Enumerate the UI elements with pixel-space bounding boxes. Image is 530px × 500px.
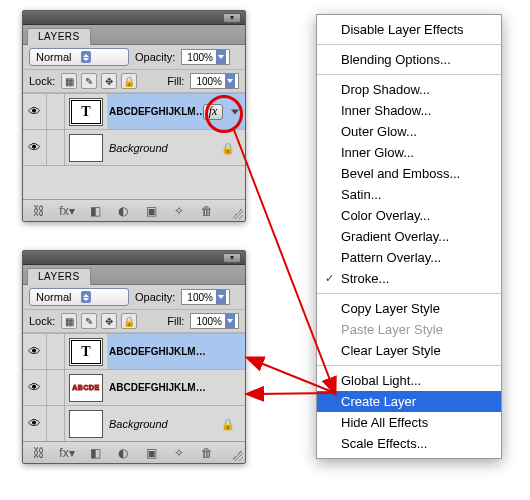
- opacity-input[interactable]: 100%: [181, 49, 230, 65]
- menu-item[interactable]: Drop Shadow...: [317, 79, 501, 100]
- opacity-value: 100%: [187, 292, 213, 303]
- blend-mode-value: Normal: [36, 51, 71, 63]
- blend-mode-select[interactable]: Normal: [29, 48, 129, 66]
- lock-position-icon[interactable]: ✥: [101, 313, 117, 329]
- link-icon[interactable]: ⛓: [31, 203, 47, 219]
- fill-dropdown-icon: [225, 314, 235, 328]
- lock-transparency-icon[interactable]: ▦: [61, 73, 77, 89]
- link-icon[interactable]: ⛓: [31, 445, 47, 461]
- menu-item[interactable]: Blending Options...: [317, 49, 501, 70]
- group-icon[interactable]: ▣: [143, 203, 159, 219]
- menu-item[interactable]: Outer Glow...: [317, 121, 501, 142]
- fill-input[interactable]: 100%: [190, 313, 239, 329]
- visibility-toggle[interactable]: 👁: [23, 334, 47, 369]
- menu-item[interactable]: Bevel and Emboss...: [317, 163, 501, 184]
- layer-row[interactable]: 👁Background🔒: [23, 405, 245, 441]
- fx-icon[interactable]: fx▾: [59, 203, 75, 219]
- lock-all-icon[interactable]: 🔒: [121, 313, 137, 329]
- visibility-toggle[interactable]: 👁: [23, 370, 47, 405]
- menu-item: Paste Layer Style: [317, 319, 501, 340]
- menu-item[interactable]: Disable Layer Effects: [317, 19, 501, 40]
- tab-layers[interactable]: LAYERS: [27, 268, 91, 285]
- fx-icon[interactable]: fx▾: [59, 445, 75, 461]
- fill-dropdown-icon: [225, 74, 235, 88]
- panel-titlebar[interactable]: ▾: [23, 251, 245, 265]
- lock-icons: ▦ ✎ ✥ 🔒: [61, 73, 137, 89]
- blend-row: Normal Opacity: 100%: [23, 285, 245, 310]
- new-icon[interactable]: ✧: [171, 203, 187, 219]
- panel-bottom-bar: ⛓fx▾◧◐▣✧🗑: [23, 199, 245, 221]
- group-icon[interactable]: ▣: [143, 445, 159, 461]
- menu-item[interactable]: Hide All Effects: [317, 412, 501, 433]
- visibility-toggle[interactable]: 👁: [23, 406, 47, 441]
- panel-bottom-bar: ⛓fx▾◧◐▣✧🗑: [23, 441, 245, 463]
- layer-row[interactable]: 👁Background🔒: [23, 129, 245, 165]
- background-thumb[interactable]: [69, 134, 103, 162]
- layer-name: ABCDEFGHIJKLMNO...: [109, 106, 207, 117]
- new-icon[interactable]: ✧: [171, 445, 187, 461]
- mask-icon[interactable]: ◧: [87, 445, 103, 461]
- resize-grip-icon[interactable]: [233, 209, 243, 219]
- menu-item[interactable]: Clear Layer Style: [317, 340, 501, 361]
- lock-label: Lock:: [29, 315, 55, 327]
- layers-panel-bottom: ▾ LAYERS Normal Opacity: 100% Lock: ▦ ✎ …: [22, 250, 246, 464]
- menu-item[interactable]: Inner Shadow...: [317, 100, 501, 121]
- menu-separator: [317, 365, 501, 366]
- menu-item[interactable]: Stroke...: [317, 268, 501, 289]
- lock-icons: ▦ ✎ ✥ 🔒: [61, 313, 137, 329]
- fill-label: Fill:: [167, 75, 184, 87]
- layer-name: Background: [109, 142, 168, 154]
- layer-name-area[interactable]: ABCDEFGHIJKLMNOPQRS...: [107, 370, 245, 405]
- opacity-dropdown-icon: [216, 50, 226, 64]
- text-layer-thumb[interactable]: T: [69, 98, 103, 126]
- adjust-icon[interactable]: ◐: [115, 445, 131, 461]
- trash-icon[interactable]: 🗑: [199, 445, 215, 461]
- lock-pixels-icon[interactable]: ✎: [81, 313, 97, 329]
- tab-layers[interactable]: LAYERS: [27, 28, 91, 45]
- lock-position-icon[interactable]: ✥: [101, 73, 117, 89]
- layer-row[interactable]: 👁TABCDEFGHIJKLMNOPQR...: [23, 333, 245, 369]
- menu-item[interactable]: Scale Effects...: [317, 433, 501, 454]
- effect-layer-thumb[interactable]: [69, 374, 103, 402]
- panel-titlebar[interactable]: ▾: [23, 11, 245, 25]
- lock-all-icon[interactable]: 🔒: [121, 73, 137, 89]
- opacity-dropdown-icon: [216, 290, 226, 304]
- adjust-icon[interactable]: ◐: [115, 203, 131, 219]
- layer-style-context-menu: Disable Layer EffectsBlending Options...…: [316, 14, 502, 459]
- menu-item[interactable]: Copy Layer Style: [317, 298, 501, 319]
- empty-space: [23, 165, 245, 199]
- link-column: [47, 130, 65, 165]
- layer-row[interactable]: 👁ABCDEFGHIJKLMNOPQRS...: [23, 369, 245, 405]
- lock-transparency-icon[interactable]: ▦: [61, 313, 77, 329]
- lock-icon: 🔒: [221, 141, 235, 154]
- menu-item[interactable]: Satin...: [317, 184, 501, 205]
- menu-separator: [317, 44, 501, 45]
- menu-item[interactable]: Pattern Overlay...: [317, 247, 501, 268]
- link-column: [47, 406, 65, 441]
- text-layer-thumb[interactable]: T: [69, 338, 103, 366]
- menu-item[interactable]: Gradient Overlay...: [317, 226, 501, 247]
- visibility-toggle[interactable]: 👁: [23, 94, 47, 129]
- blend-mode-select[interactable]: Normal: [29, 288, 129, 306]
- panel-menu-button[interactable]: ▾: [223, 13, 241, 23]
- opacity-input[interactable]: 100%: [181, 289, 230, 305]
- select-arrows-icon: [81, 51, 91, 63]
- layer-name: ABCDEFGHIJKLMNOPQRS...: [109, 382, 207, 393]
- trash-icon[interactable]: 🗑: [199, 203, 215, 219]
- panel-menu-button[interactable]: ▾: [223, 253, 241, 263]
- background-thumb[interactable]: [69, 410, 103, 438]
- layer-list: 👁TABCDEFGHIJKLMNOPQR...👁ABCDEFGHIJKLMNOP…: [23, 333, 245, 441]
- layer-name-area[interactable]: ABCDEFGHIJKLMNOPQR...: [107, 334, 245, 369]
- fill-value: 100%: [196, 76, 222, 87]
- layer-name: ABCDEFGHIJKLMNOPQR...: [109, 346, 207, 357]
- resize-grip-icon[interactable]: [233, 451, 243, 461]
- menu-item[interactable]: Color Overlay...: [317, 205, 501, 226]
- mask-icon[interactable]: ◧: [87, 203, 103, 219]
- lock-pixels-icon[interactable]: ✎: [81, 73, 97, 89]
- menu-item[interactable]: Global Light...: [317, 370, 501, 391]
- fill-input[interactable]: 100%: [190, 73, 239, 89]
- visibility-toggle[interactable]: 👁: [23, 130, 47, 165]
- menu-item[interactable]: Inner Glow...: [317, 142, 501, 163]
- menu-item[interactable]: Create Layer: [317, 391, 501, 412]
- blend-row: Normal Opacity: 100%: [23, 45, 245, 70]
